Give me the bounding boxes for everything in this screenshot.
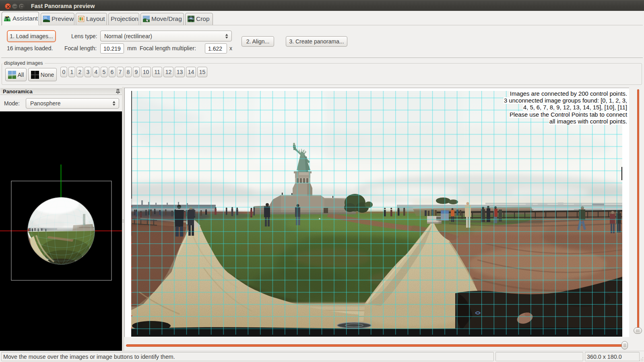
svg-text:GL: GL	[44, 16, 47, 19]
